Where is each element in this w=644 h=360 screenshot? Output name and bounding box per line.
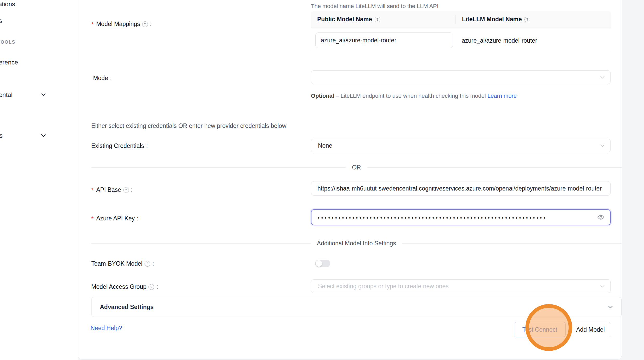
chevron-down-icon[interactable] bbox=[40, 132, 47, 139]
add-model-button[interactable]: Add Model bbox=[570, 322, 611, 337]
azure-api-key-label: * Azure API Key : bbox=[91, 215, 139, 222]
mode-select[interactable] bbox=[311, 70, 611, 84]
advanced-settings-label: Advanced Settings bbox=[100, 304, 154, 311]
eye-icon[interactable] bbox=[597, 214, 604, 221]
sidebar: ations s TOOLS erence ental s bbox=[0, 0, 78, 360]
mode-label: Mode : bbox=[93, 75, 112, 82]
colon: : bbox=[152, 260, 154, 267]
add-model-form-card: The model name LiteLLM will send to the … bbox=[78, 0, 622, 359]
team-byok-toggle[interactable] bbox=[315, 260, 330, 267]
divider-line bbox=[367, 167, 622, 168]
litellm-model-name-header-text: LiteLLM Model Name bbox=[462, 16, 522, 23]
toggle-knob bbox=[316, 260, 322, 267]
divider-line bbox=[91, 243, 311, 244]
model-access-group-select[interactable]: Select existing groups or type to create… bbox=[311, 279, 611, 293]
sidebar-section-tools: TOOLS bbox=[0, 40, 15, 45]
divider-line bbox=[91, 167, 346, 168]
mode-helper-rest: – LiteLLM endpoint to use when health ch… bbox=[334, 93, 487, 99]
public-model-name-input[interactable]: azure_ai/azure-model-router bbox=[315, 32, 453, 48]
sidebar-item-fragment[interactable]: ations bbox=[0, 1, 15, 8]
credentials-note: Either select existing credentials OR en… bbox=[91, 122, 286, 129]
colon: : bbox=[156, 283, 158, 290]
help-circle-icon[interactable]: ? bbox=[123, 187, 129, 193]
chevron-down-icon[interactable] bbox=[40, 91, 47, 98]
api-base-input[interactable]: https://ishaa-mh6uutut-swedencentral.cog… bbox=[311, 181, 611, 196]
mode-label-text: Mode bbox=[93, 75, 108, 82]
sidebar-item-fragment[interactable]: ental bbox=[0, 91, 12, 99]
mode-helper-bold: Optional bbox=[311, 93, 334, 99]
divider-line bbox=[402, 243, 622, 244]
chevron-down-icon bbox=[600, 74, 605, 80]
azure-api-key-label-text: Azure API Key bbox=[96, 215, 135, 222]
model-access-group-label: Model Access Group ? : bbox=[91, 283, 158, 290]
team-byok-label-text: Team-BYOK Model bbox=[91, 260, 142, 267]
additional-info-divider: Additional Model Info Settings bbox=[91, 240, 622, 247]
table-row-divider bbox=[311, 52, 611, 52]
masked-password-dots: ••••••••••••••••••••••••••••••••••••••••… bbox=[318, 215, 562, 221]
model-mappings-table-header: Public Model Name ? LiteLLM Model Name ? bbox=[311, 11, 611, 28]
team-byok-label: Team-BYOK Model ? : bbox=[91, 260, 154, 267]
api-base-label: * API Base ? : bbox=[91, 186, 133, 193]
sidebar-item-fragment[interactable]: s bbox=[0, 132, 3, 139]
model-mappings-label: * Model Mappings ? : bbox=[91, 21, 152, 28]
api-base-label-text: API Base bbox=[96, 186, 121, 193]
sidebar-item-fragment[interactable]: erence bbox=[0, 59, 18, 66]
mode-helper: Optional – LiteLLM endpoint to use when … bbox=[311, 91, 532, 101]
help-circle-icon[interactable]: ? bbox=[142, 21, 148, 27]
colon: : bbox=[110, 75, 112, 82]
help-circle-icon[interactable]: ? bbox=[375, 17, 380, 22]
help-circle-icon[interactable]: ? bbox=[148, 284, 154, 290]
chevron-down-icon bbox=[607, 304, 614, 310]
existing-credentials-select[interactable]: None bbox=[311, 139, 611, 152]
existing-credentials-value: None bbox=[318, 142, 332, 149]
need-help-link[interactable]: Need Help? bbox=[90, 325, 122, 332]
public-model-name-header: Public Model Name ? bbox=[311, 16, 455, 23]
colon: : bbox=[137, 215, 138, 222]
required-mark: * bbox=[91, 215, 94, 222]
litellm-model-name-header: LiteLLM Model Name ? bbox=[455, 15, 530, 24]
help-circle-icon[interactable]: ? bbox=[524, 17, 530, 22]
or-divider-text: OR bbox=[352, 164, 361, 171]
existing-credentials-label: Existing Credentials : bbox=[91, 142, 148, 149]
required-mark: * bbox=[91, 187, 94, 194]
or-divider: OR bbox=[91, 164, 622, 171]
colon: : bbox=[131, 186, 133, 193]
chevron-down-icon bbox=[600, 283, 605, 289]
chevron-down-icon bbox=[600, 143, 605, 148]
sidebar-item-fragment[interactable]: s bbox=[0, 17, 2, 24]
help-circle-icon[interactable]: ? bbox=[145, 261, 150, 267]
model-access-group-placeholder: Select existing groups or type to create… bbox=[318, 283, 448, 290]
model-mappings-label-text: Model Mappings bbox=[96, 21, 140, 28]
litellm-model-name-value: azure_ai/azure-model-router bbox=[462, 33, 537, 48]
learn-more-link[interactable]: Learn more bbox=[487, 93, 517, 99]
litellm-model-name-helper: The model name LiteLLM will send to the … bbox=[311, 3, 438, 10]
existing-credentials-label-text: Existing Credentials bbox=[91, 142, 144, 149]
additional-info-divider-text: Additional Model Info Settings bbox=[317, 240, 396, 247]
public-model-name-header-text: Public Model Name bbox=[317, 16, 372, 23]
colon: : bbox=[150, 21, 152, 28]
model-access-group-label-text: Model Access Group bbox=[91, 283, 146, 290]
azure-api-key-input[interactable]: ••••••••••••••••••••••••••••••••••••••••… bbox=[311, 209, 611, 225]
required-mark: * bbox=[91, 21, 94, 28]
click-annotation-circle bbox=[525, 304, 572, 351]
colon: : bbox=[146, 142, 148, 149]
